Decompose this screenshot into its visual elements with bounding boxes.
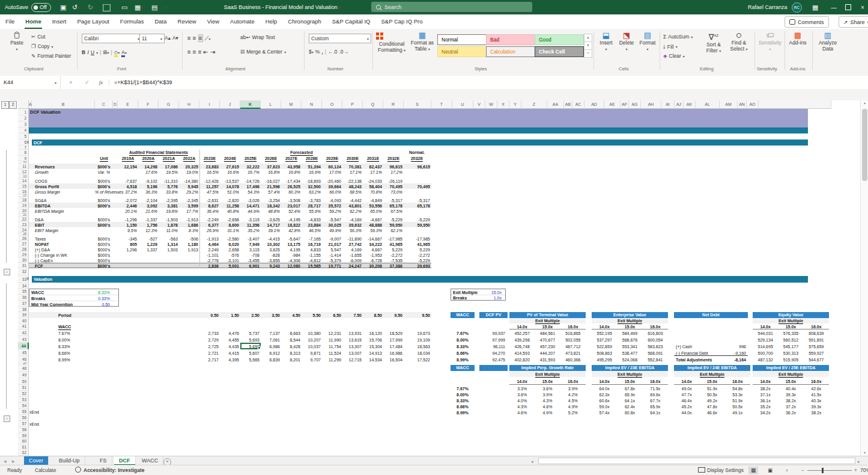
row-unit[interactable]: $000's [95, 179, 113, 183]
row-header-36[interactable]: 36 [18, 295, 29, 301]
display-settings-button[interactable]: Display Settings [698, 465, 744, 475]
sens-value[interactable]: 6,986 [261, 345, 280, 349]
zoom-level[interactable]: 70% [860, 465, 868, 475]
tab-help[interactable]: Help [260, 14, 283, 29]
implied-ev-23e-value[interactable]: 69.6x [643, 393, 668, 397]
value-cell[interactable]: 1,314 [159, 242, 178, 247]
row-header-19[interactable]: 19 [18, 203, 29, 208]
row-header-14[interactable]: 14 [18, 178, 29, 183]
zoom-out-button[interactable]: − [801, 465, 804, 475]
implied-ev-24e-value[interactable]: 45.2x [674, 405, 699, 409]
clear-button[interactable]: ◈Clear▾ [663, 53, 685, 59]
row-header-62[interactable]: 62 [18, 450, 29, 456]
value-cell[interactable]: 96,615 [383, 165, 402, 169]
row-unit[interactable]: $000's [95, 185, 113, 189]
implied-ev-25e-col-head[interactable]: 15.0x [778, 379, 803, 384]
year-header-2020A[interactable]: 2020A [138, 156, 159, 162]
row-label[interactable]: EBIT [35, 223, 95, 227]
row-label[interactable]: Revenues [35, 165, 95, 169]
value-cell[interactable]: -12,426 [199, 179, 219, 183]
sens-value[interactable]: 4,415 [220, 351, 239, 355]
row-label[interactable]: D&A [35, 218, 95, 222]
enterprise-value-value[interactable]: 522,859 [592, 345, 617, 349]
value-cell[interactable]: 4,464 [199, 242, 219, 247]
value-cell[interactable]: -5,229 [404, 218, 430, 222]
period-value[interactable]: 9.50 [404, 313, 430, 317]
close-button[interactable]: × [861, 0, 864, 14]
column-header-G[interactable]: G [159, 100, 179, 109]
column-header-S[interactable]: S [404, 100, 431, 109]
page-break-view-button[interactable]: ▫ [782, 467, 792, 474]
value-cell[interactable]: -345 [118, 237, 137, 241]
value-cell[interactable]: 63.2% [302, 190, 321, 194]
value-cell[interactable]: 19.5% [159, 170, 178, 174]
calculate-status[interactable]: Calculate [35, 465, 56, 475]
value-cell[interactable]: 62.1% [383, 228, 402, 233]
value-cell[interactable]: 23,884 [302, 223, 321, 227]
value-cell[interactable]: -5,547 [322, 218, 341, 222]
value-cell[interactable]: -4,093 [322, 198, 341, 203]
value-cell[interactable]: 70,495 [383, 185, 402, 189]
sens-value[interactable]: 7,137 [261, 331, 280, 336]
value-cell[interactable]: -1,913 [199, 237, 219, 241]
value-cell[interactable]: -4,833 [302, 218, 321, 222]
column-header-X[interactable]: X [497, 100, 509, 109]
equity-value-value[interactable]: 608,639 [804, 331, 829, 336]
outline-collapse-button[interactable]: - [4, 415, 10, 422]
pv-terminal-value[interactable]: 444,207 [535, 351, 560, 355]
row-header-11[interactable]: 11 [18, 164, 29, 169]
row-header-51[interactable]: 51 [18, 385, 29, 391]
scroll-down-icon[interactable]: ▾ [861, 450, 868, 455]
row-header-54[interactable]: 54 [18, 403, 29, 409]
value-cell[interactable]: 27,742 [342, 242, 362, 247]
value-cell[interactable]: -5,379 [322, 259, 341, 263]
value-cell[interactable]: -4,306 [281, 259, 300, 263]
merge-center-button[interactable]: ⊟Merge & Center▾ [240, 49, 286, 55]
row-label[interactable]: Gross Porfit [35, 185, 95, 189]
row-header-30[interactable]: 30 [18, 257, 29, 263]
value-cell[interactable]: 3,599 [179, 204, 198, 208]
row-header-46[interactable]: 46 [18, 356, 29, 363]
row-header-28[interactable]: 28 [18, 247, 29, 252]
value-cell[interactable]: 65,178 [383, 204, 402, 208]
column-header-C[interactable]: C [95, 100, 113, 109]
row-header-42[interactable]: 42 [18, 329, 29, 336]
row-unit[interactable]: $000's [95, 198, 113, 203]
value-cell[interactable]: 14,717 [261, 223, 280, 227]
add-ins-button[interactable]: ▦Add-ins [786, 32, 810, 46]
pv-terminal-value[interactable]: 460,366 [560, 358, 586, 362]
column-header-R[interactable]: R [383, 100, 404, 109]
tab-review[interactable]: Review [172, 14, 202, 29]
column-header-T[interactable]: T [431, 100, 452, 109]
pv-terminal-value[interactable]: 470,677 [535, 338, 560, 342]
value-cell[interactable]: -11,890 [342, 237, 362, 241]
pv-terminal-value[interactable]: 457,230 [535, 345, 560, 349]
column-header-AD[interactable]: AD [584, 100, 604, 109]
value-cell[interactable]: -3,783 [302, 198, 321, 203]
value-cell[interactable]: -16,027 [261, 179, 280, 183]
sens-value[interactable]: 11,524 [322, 351, 341, 355]
value-cell[interactable]: 1,503 [159, 248, 178, 252]
implied-pgr-value[interactable]: 4.0% [509, 399, 535, 403]
enterprise-value-col-head[interactable]: 16.0x [643, 325, 668, 329]
tab-formulas[interactable]: Formulas [115, 14, 150, 29]
value-cell[interactable]: -5,647 [281, 237, 300, 241]
pv-terminal-value[interactable]: 439,298 [509, 338, 535, 342]
value-cell[interactable]: 82,437 [363, 165, 382, 169]
grid-view-icon[interactable]: ▦▾ [135, 0, 142, 14]
value-cell[interactable]: -1,913 [179, 218, 198, 222]
sens-value[interactable]: 18,563 [404, 345, 430, 349]
sens-value[interactable]: 11,299 [322, 358, 341, 362]
enterprise-value-value[interactable]: 616,803 [643, 331, 668, 336]
value-cell[interactable]: 19.0% [179, 170, 198, 174]
enter-icon[interactable]: ✓ [81, 79, 93, 85]
qat-more-icon[interactable]: ▾ [165, 0, 166, 14]
tab-chronograph[interactable]: Chronograph [282, 14, 326, 29]
equity-value-value[interactable]: 529,134 [753, 338, 778, 342]
sens-value[interactable]: 4,455 [220, 338, 239, 342]
value-cell[interactable]: -3,508 [281, 198, 300, 203]
equity-value-value[interactable]: 514,695 [753, 345, 778, 349]
enterprise-value-value[interactable]: 552,841 [643, 358, 668, 362]
period-value[interactable]: 0.50 [199, 313, 219, 317]
enterprise-value-value[interactable]: 584,499 [617, 331, 642, 336]
